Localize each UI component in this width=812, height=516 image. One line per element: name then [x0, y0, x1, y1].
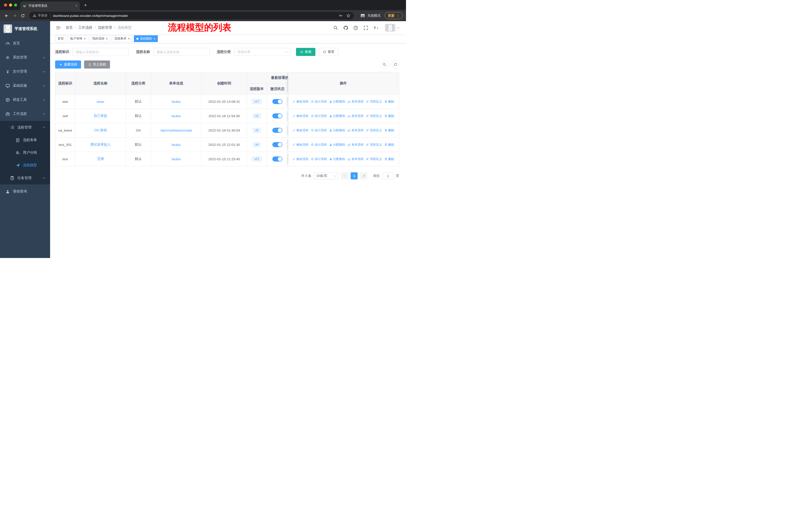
- browser-menu-icon[interactable]: ⋮: [397, 14, 400, 18]
- url-text[interactable]: dashboard.yudao.iocoder.cn/bpm/manager/m…: [53, 14, 335, 18]
- action-assign-rule[interactable]: 分配规则: [329, 157, 345, 161]
- minimize-window-button[interactable]: [9, 3, 12, 6]
- refresh-table-button[interactable]: [392, 61, 399, 68]
- reload-button[interactable]: [19, 12, 26, 19]
- process-name-link[interactable]: 自己审批: [94, 114, 107, 118]
- action-assign-rule[interactable]: 分配规则: [329, 114, 345, 118]
- action-delete[interactable]: 删除: [384, 100, 394, 104]
- github-icon[interactable]: [343, 25, 348, 30]
- search-button[interactable]: 搜索: [296, 48, 315, 56]
- sidebar-item-支付管理[interactable]: 支付管理: [0, 64, 50, 79]
- form-info-link[interactable]: /bpm/oa/leave/create: [160, 129, 192, 132]
- action-design[interactable]: 设计流程: [311, 157, 327, 161]
- tag-close-icon[interactable]: ×: [84, 37, 86, 40]
- help-icon[interactable]: [353, 25, 358, 30]
- sidebar-item-流程表单[interactable]: 流程表单: [0, 134, 50, 146]
- user-avatar-menu[interactable]: [385, 24, 399, 31]
- tag-流程模型[interactable]: 流程模型×: [134, 35, 158, 42]
- tag-首页[interactable]: 首页: [55, 35, 66, 42]
- action-design[interactable]: 设计流程: [311, 128, 327, 133]
- action-publish[interactable]: 发布流程: [348, 128, 364, 133]
- sidebar-item-流程模型[interactable]: 流程模型: [0, 159, 50, 171]
- form-info-link[interactable]: biubiu: [172, 114, 181, 118]
- sidebar-logo[interactable]: 芋道管理系统: [0, 21, 50, 36]
- sidebar-item-系统管理[interactable]: 系统管理: [0, 50, 50, 64]
- sidebar-item-请假查询[interactable]: 请假查询: [0, 184, 50, 198]
- page-size-select[interactable]: 10条/页: [314, 172, 339, 180]
- action-modify[interactable]: 修改流程: [292, 128, 308, 133]
- toggle-search-button[interactable]: [381, 61, 388, 68]
- action-modify[interactable]: 修改流程: [292, 157, 308, 161]
- prev-page-button[interactable]: [341, 172, 348, 180]
- action-assign-rule[interactable]: 分配规则: [329, 128, 345, 133]
- zoom-window-button[interactable]: [14, 3, 17, 6]
- form-info-link[interactable]: biubiu: [172, 157, 181, 161]
- action-design[interactable]: 设计流程: [311, 143, 327, 147]
- process-id-input[interactable]: [72, 48, 129, 56]
- process-name-link[interactable]: 测试多审批人: [90, 142, 111, 147]
- action-assign-rule[interactable]: 分配规则: [329, 100, 345, 104]
- action-modify[interactable]: 修改流程: [292, 114, 308, 118]
- hamburger-icon[interactable]: [56, 25, 61, 30]
- category-select[interactable]: 流程分类: [234, 48, 290, 56]
- action-modify[interactable]: 修改流程: [292, 100, 308, 104]
- create-process-button[interactable]: 新建流程: [55, 60, 81, 69]
- tag-close-icon[interactable]: ×: [128, 37, 130, 40]
- active-toggle[interactable]: [272, 128, 283, 133]
- action-publish[interactable]: 发布流程: [348, 100, 364, 104]
- page-number-1[interactable]: 1: [351, 172, 358, 180]
- sidebar-item-用户分组[interactable]: 用户分组: [0, 146, 50, 159]
- action-delete[interactable]: 删除: [384, 143, 394, 147]
- tag-close-icon[interactable]: ×: [106, 37, 108, 40]
- breadcrumb-item[interactable]: 工作流程: [78, 25, 92, 30]
- active-toggle[interactable]: [272, 99, 283, 104]
- action-definition[interactable]: 流程定义: [366, 114, 382, 118]
- action-modify[interactable]: 修改流程: [292, 143, 308, 147]
- fullscreen-icon[interactable]: [364, 25, 368, 30]
- action-definition[interactable]: 流程定义: [366, 143, 382, 147]
- back-button[interactable]: [3, 12, 10, 19]
- goto-page-input[interactable]: [382, 172, 394, 180]
- process-name-link[interactable]: OA 请假: [94, 128, 107, 133]
- process-name-input[interactable]: [153, 48, 210, 56]
- form-info-link[interactable]: biubiu: [172, 100, 181, 104]
- active-toggle[interactable]: [272, 142, 283, 147]
- process-name-link[interactable]: 滔博: [97, 157, 104, 161]
- action-publish[interactable]: 发布流程: [348, 157, 364, 161]
- browser-tab[interactable]: 芋道管理系统 ×: [20, 1, 80, 10]
- next-page-button[interactable]: [360, 172, 367, 180]
- action-delete[interactable]: 删除: [384, 114, 394, 118]
- action-design[interactable]: 设计流程: [311, 114, 327, 118]
- tag-租户管理[interactable]: 租户管理×: [68, 35, 88, 42]
- sidebar-item-基础设施[interactable]: 基础设施: [0, 79, 50, 93]
- tab-close-icon[interactable]: ×: [76, 4, 78, 8]
- sidebar-item-流程管理[interactable]: 流程管理: [0, 121, 50, 134]
- new-tab-button[interactable]: +: [84, 2, 87, 8]
- sidebar-item-首页[interactable]: 首页: [0, 36, 50, 50]
- sidebar-item-任务管理[interactable]: 任务管理: [0, 171, 50, 184]
- tag-我的流程[interactable]: 我的流程×: [90, 35, 111, 42]
- search-icon[interactable]: [333, 25, 338, 30]
- sidebar-item-研发工具[interactable]: 研发工具: [0, 93, 50, 107]
- tag-close-icon[interactable]: ×: [153, 37, 155, 40]
- import-process-button[interactable]: 导入流程: [84, 60, 110, 69]
- active-toggle[interactable]: [272, 113, 283, 118]
- process-name-link[interactable]: eeee: [97, 100, 104, 104]
- action-delete[interactable]: 删除: [384, 157, 394, 161]
- bookmark-star-icon[interactable]: [346, 13, 350, 18]
- action-assign-rule[interactable]: 分配规则: [329, 143, 345, 147]
- address-bar[interactable]: 不安全 dashboard.yudao.iocoder.cn/bpm/manag…: [29, 12, 354, 19]
- action-delete[interactable]: 删除: [384, 128, 394, 133]
- breadcrumb-item[interactable]: 流程管理: [98, 25, 112, 30]
- reset-button[interactable]: 重置: [319, 48, 338, 56]
- action-publish[interactable]: 发布流程: [348, 143, 364, 147]
- password-key-icon[interactable]: [339, 13, 343, 18]
- action-publish[interactable]: 发布流程: [348, 114, 364, 118]
- active-toggle[interactable]: [272, 157, 283, 162]
- close-window-button[interactable]: [4, 3, 7, 6]
- action-definition[interactable]: 流程定义: [366, 128, 382, 133]
- font-size-icon[interactable]: TT: [374, 25, 380, 30]
- action-definition[interactable]: 流程定义: [366, 100, 382, 104]
- breadcrumb-item[interactable]: 首页: [66, 25, 73, 30]
- update-button[interactable]: 更新 ⋮: [385, 12, 403, 19]
